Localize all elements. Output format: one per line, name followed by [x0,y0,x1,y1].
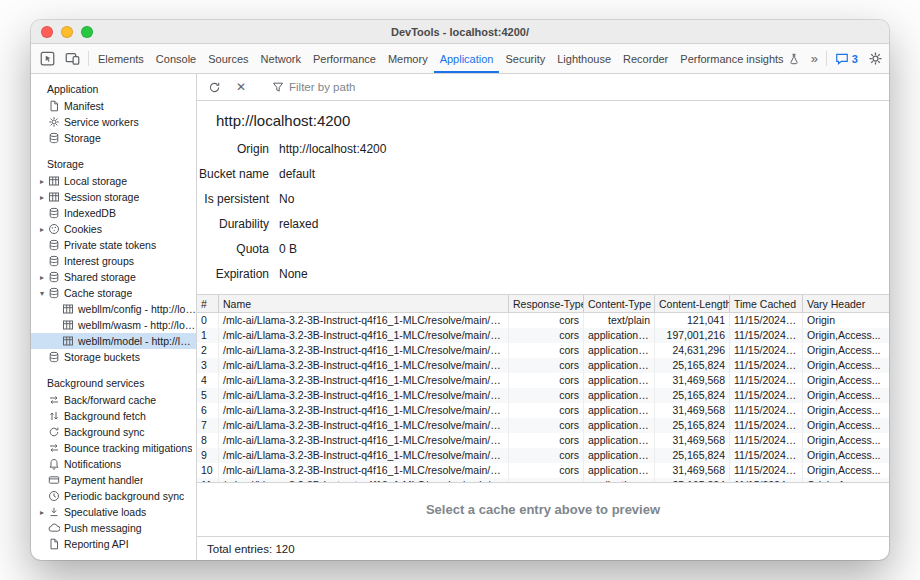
tab-label: Performance [313,53,376,65]
sidebar-item-webllm-model[interactable]: webllm/model - http://loc... [31,333,196,349]
sidebar-item-label: Background fetch [64,410,146,422]
cache-entry-row[interactable]: 8 /mlc-ai/Llama-3.2-3B-Instruct-q4f16_1-… [197,433,889,448]
filter-input[interactable] [289,81,529,93]
delete-selected-button[interactable]: ✕ [231,77,251,97]
column-header-name[interactable]: Name [219,295,509,312]
tab-elements[interactable]: Elements [92,44,150,73]
cell-name: /mlc-ai/Llama-3.2-3B-Instruct-q4f16_1-ML… [219,328,509,343]
section-title-application[interactable]: Application [31,79,196,98]
sidebar-item-label: Bounce tracking mitigations [64,442,192,454]
cell-index: 9 [197,448,219,463]
sidebar-item-background-sync[interactable]: Background sync [31,424,196,440]
cache-entry-row[interactable]: 10 /mlc-ai/Llama-3.2-3B-Instruct-q4f16_1… [197,463,889,478]
cache-entry-row[interactable]: 0 /mlc-ai/Llama-3.2-3B-Instruct-q4f16_1-… [197,313,889,328]
cell-index: 3 [197,358,219,373]
cell-content-length: 25,165,824 [655,448,730,463]
tab-sources[interactable]: Sources [202,44,254,73]
tab-lighthouse[interactable]: Lighthouse [551,44,617,73]
sidebar-item-label: Storage [64,132,101,144]
inspect-element-button[interactable] [35,44,60,73]
cell-content-type: text/plain [584,313,655,328]
sidebar-item-periodic-background-sync[interactable]: Periodic background sync [31,488,196,504]
cache-entry-row[interactable]: 3 /mlc-ai/Llama-3.2-3B-Instruct-q4f16_1-… [197,358,889,373]
cell-index: 6 [197,403,219,418]
sidebar-item-session-storage[interactable]: ▸ Session storage [31,189,196,205]
sidebar-item-notifications[interactable]: Notifications [31,456,196,472]
settings-button[interactable] [863,44,888,73]
tab-recorder[interactable]: Recorder [617,44,674,73]
sidebar-item-back-forward-cache[interactable]: Back/forward cache [31,392,196,408]
tab-security[interactable]: Security [499,44,551,73]
database-icon [48,271,60,283]
cache-entry-row[interactable]: 5 /mlc-ai/Llama-3.2-3B-Instruct-q4f16_1-… [197,388,889,403]
cell-name: /mlc-ai/Llama-3.2-3B-Instruct-q4f16_1-ML… [219,433,509,448]
sidebar-item-reporting-api[interactable]: Reporting API [31,536,196,552]
column-header-time-cached[interactable]: Time Cached [730,295,803,312]
sidebar-item-payment-handler[interactable]: Payment handler [31,472,196,488]
minimize-button[interactable] [61,26,73,38]
sidebar-item-service-workers[interactable]: Service workers [31,114,196,130]
sidebar-item-bounce-tracking-mitigations[interactable]: Bounce tracking mitigations [31,440,196,456]
cookie-icon [48,223,60,235]
sidebar-item-local-storage[interactable]: ▸ Local storage [31,173,196,189]
sidebar-item-private-state-tokens[interactable]: Private state tokens [31,237,196,253]
cache-entry-row[interactable]: 6 /mlc-ai/Llama-3.2-3B-Instruct-q4f16_1-… [197,403,889,418]
sidebar-item-cache-storage[interactable]: ▾ Cache storage [31,285,196,301]
more-tabs-button[interactable]: » [806,44,823,73]
sidebar-item-background-fetch[interactable]: Background fetch [31,408,196,424]
section-title-background-services[interactable]: Background services [31,373,196,392]
sidebar-item-push-messaging[interactable]: Push messaging [31,520,196,536]
meta-value: No [279,192,294,206]
tab-application[interactable]: Application [434,44,500,73]
sidebar-item-cookies[interactable]: ▸ Cookies [31,221,196,237]
sidebar-item-webllm-config[interactable]: webllm/config - http://loc... [31,301,196,317]
speculative-loads-icon [48,506,60,518]
cache-entry-row[interactable]: 9 /mlc-ai/Llama-3.2-3B-Instruct-q4f16_1-… [197,448,889,463]
section-title-storage[interactable]: Storage [31,154,196,173]
cache-entry-row[interactable]: 4 /mlc-ai/Llama-3.2-3B-Instruct-q4f16_1-… [197,373,889,388]
column-header-index[interactable]: # [197,295,219,312]
cache-entry-row[interactable]: 1 /mlc-ai/Llama-3.2-3B-Instruct-q4f16_1-… [197,328,889,343]
issues-counter-button[interactable]: 3 [830,44,863,73]
disclosure-arrow[interactable]: ▸ [37,225,47,234]
sidebar-item-manifest[interactable]: Manifest [31,98,196,114]
column-header-content-type[interactable]: Content-Type [584,295,655,312]
disclosure-arrow[interactable]: ▾ [37,289,47,298]
sidebar-item-speculative-loads[interactable]: ▸ Speculative loads [31,504,196,520]
refresh-button[interactable] [204,77,224,97]
tab-performance-insights[interactable]: Performance insights [674,44,805,73]
sidebar-item-label: Shared storage [64,271,136,283]
sidebar-item-webllm-wasm[interactable]: webllm/wasm - http://loca... [31,317,196,333]
database-icon [48,207,60,219]
table-icon [62,335,74,347]
column-header-content-length[interactable]: Content-Length [655,295,730,312]
tab-memory[interactable]: Memory [382,44,434,73]
sidebar-item-interest-groups[interactable]: Interest groups [31,253,196,269]
sidebar-item-storage-buckets[interactable]: Storage buckets [31,349,196,365]
column-header-response-type[interactable]: Response-Type [509,295,584,312]
sidebar-item-label: Background sync [64,426,145,438]
close-button[interactable] [41,26,53,38]
zoom-button[interactable] [81,26,93,38]
disclosure-arrow[interactable]: ▸ [37,177,47,186]
device-toolbar-button[interactable] [60,44,85,73]
tab-performance[interactable]: Performance [307,44,382,73]
tab-console[interactable]: Console [150,44,202,73]
column-header-vary-header[interactable]: Vary Header [803,295,889,312]
cache-entry-row[interactable]: 7 /mlc-ai/Llama-3.2-3B-Instruct-q4f16_1-… [197,418,889,433]
tab-network[interactable]: Network [255,44,307,73]
filter-box [272,81,882,93]
cell-response-type: cors [509,373,584,388]
cell-content-type: application/oc... [584,328,655,343]
disclosure-arrow[interactable]: ▸ [37,273,47,282]
disclosure-arrow[interactable]: ▸ [37,508,47,517]
sidebar-item-label: webllm/wasm - http://loca... [78,319,196,331]
cell-response-type: cors [509,433,584,448]
sidebar-item-indexeddb[interactable]: IndexedDB [31,205,196,221]
cache-entry-row[interactable]: 2 /mlc-ai/Llama-3.2-3B-Instruct-q4f16_1-… [197,343,889,358]
sidebar-item-shared-storage[interactable]: ▸ Shared storage [31,269,196,285]
sidebar-item-storage[interactable]: Storage [31,130,196,146]
main-menu-button[interactable]: ⋮ [888,44,889,73]
cell-time-cached: 11/15/2024, 10... [730,388,803,403]
disclosure-arrow[interactable]: ▸ [37,193,47,202]
